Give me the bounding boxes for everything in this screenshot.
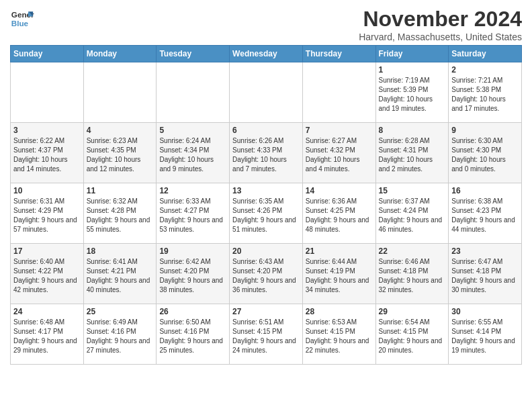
day-number: 30 (451, 307, 519, 316)
title-block: November 2024 Harvard, Massachusetts, Un… (359, 7, 522, 42)
svg-text:Blue: Blue (11, 19, 29, 28)
day-number: 24 (13, 307, 81, 316)
calendar-cell: 28Sunrise: 6:53 AM Sunset: 4:15 PM Dayli… (302, 304, 375, 365)
day-number: 18 (87, 246, 154, 256)
calendar-cell: 26Sunrise: 6:50 AM Sunset: 4:16 PM Dayli… (157, 304, 230, 365)
day-info: Sunrise: 6:33 AM Sunset: 4:27 PM Dayligh… (159, 197, 226, 234)
day-info: Sunrise: 6:49 AM Sunset: 4:16 PM Dayligh… (87, 318, 154, 355)
day-info: Sunrise: 6:30 AM Sunset: 4:30 PM Dayligh… (451, 136, 519, 174)
day-number: 13 (232, 186, 300, 195)
day-info: Sunrise: 6:48 AM Sunset: 4:17 PM Dayligh… (13, 318, 81, 355)
day-info: Sunrise: 6:51 AM Sunset: 4:15 PM Dayligh… (232, 318, 300, 355)
calendar-cell: 7Sunrise: 6:27 AM Sunset: 4:32 PM Daylig… (302, 123, 375, 183)
calendar-cell: 24Sunrise: 6:48 AM Sunset: 4:17 PM Dayli… (11, 304, 84, 365)
day-info: Sunrise: 6:54 AM Sunset: 4:15 PM Dayligh… (379, 318, 446, 355)
day-number: 19 (159, 246, 226, 256)
calendar-cell: 15Sunrise: 6:37 AM Sunset: 4:24 PM Dayli… (375, 183, 449, 244)
day-number: 1 (379, 65, 446, 75)
day-number: 6 (232, 126, 300, 135)
calendar-cell: 2Sunrise: 7:21 AM Sunset: 5:38 PM Daylig… (449, 62, 522, 123)
day-info: Sunrise: 7:19 AM Sunset: 5:39 PM Dayligh… (379, 76, 446, 113)
day-info: Sunrise: 6:47 AM Sunset: 4:18 PM Dayligh… (451, 257, 519, 295)
logo-icon: General Blue (10, 7, 34, 31)
calendar-cell: 19Sunrise: 6:42 AM Sunset: 4:20 PM Dayli… (157, 244, 230, 304)
calendar-cell (230, 62, 303, 123)
day-info: Sunrise: 6:26 AM Sunset: 4:33 PM Dayligh… (232, 136, 300, 174)
day-number: 4 (87, 126, 154, 135)
day-number: 29 (379, 307, 446, 316)
calendar-week-2: 3Sunrise: 6:22 AM Sunset: 4:37 PM Daylig… (11, 123, 522, 183)
calendar-cell: 16Sunrise: 6:38 AM Sunset: 4:23 PM Dayli… (449, 183, 522, 244)
day-number: 23 (451, 246, 519, 256)
header-friday: Friday (375, 46, 449, 62)
day-info: Sunrise: 7:21 AM Sunset: 5:38 PM Dayligh… (451, 76, 519, 113)
calendar-cell: 23Sunrise: 6:47 AM Sunset: 4:18 PM Dayli… (449, 244, 522, 304)
day-number: 15 (379, 186, 446, 195)
calendar-cell: 6Sunrise: 6:26 AM Sunset: 4:33 PM Daylig… (230, 123, 303, 183)
day-info: Sunrise: 6:50 AM Sunset: 4:16 PM Dayligh… (159, 318, 226, 355)
header-wednesday: Wednesday (230, 46, 303, 62)
calendar-week-1: 1Sunrise: 7:19 AM Sunset: 5:39 PM Daylig… (11, 62, 522, 123)
calendar-cell: 3Sunrise: 6:22 AM Sunset: 4:37 PM Daylig… (11, 123, 84, 183)
calendar-cell: 9Sunrise: 6:30 AM Sunset: 4:30 PM Daylig… (449, 123, 522, 183)
calendar-cell (302, 62, 375, 123)
logo: General Blue (10, 7, 34, 31)
day-number: 11 (87, 186, 154, 195)
day-info: Sunrise: 6:27 AM Sunset: 4:32 PM Dayligh… (306, 136, 373, 174)
calendar-cell: 1Sunrise: 7:19 AM Sunset: 5:39 PM Daylig… (375, 62, 449, 123)
calendar-cell: 10Sunrise: 6:31 AM Sunset: 4:29 PM Dayli… (11, 183, 84, 244)
calendar-cell: 8Sunrise: 6:28 AM Sunset: 4:31 PM Daylig… (375, 123, 449, 183)
calendar-cell: 14Sunrise: 6:36 AM Sunset: 4:25 PM Dayli… (302, 183, 375, 244)
day-number: 14 (306, 186, 373, 195)
day-info: Sunrise: 6:38 AM Sunset: 4:23 PM Dayligh… (451, 197, 519, 234)
day-info: Sunrise: 6:55 AM Sunset: 4:14 PM Dayligh… (451, 318, 519, 355)
calendar-cell: 17Sunrise: 6:40 AM Sunset: 4:22 PM Dayli… (11, 244, 84, 304)
day-number: 5 (159, 126, 226, 135)
day-info: Sunrise: 6:37 AM Sunset: 4:24 PM Dayligh… (379, 197, 446, 234)
day-number: 22 (379, 246, 446, 256)
calendar-cell: 22Sunrise: 6:46 AM Sunset: 4:18 PM Dayli… (375, 244, 449, 304)
calendar-cell: 25Sunrise: 6:49 AM Sunset: 4:16 PM Dayli… (83, 304, 157, 365)
calendar-cell: 20Sunrise: 6:43 AM Sunset: 4:20 PM Dayli… (230, 244, 303, 304)
day-number: 12 (159, 186, 226, 195)
day-number: 3 (13, 126, 81, 135)
calendar-body: 1Sunrise: 7:19 AM Sunset: 5:39 PM Daylig… (11, 62, 522, 365)
calendar-cell: 18Sunrise: 6:41 AM Sunset: 4:21 PM Dayli… (83, 244, 157, 304)
calendar-week-5: 24Sunrise: 6:48 AM Sunset: 4:17 PM Dayli… (11, 304, 522, 365)
header-row: Sunday Monday Tuesday Wednesday Thursday… (11, 46, 522, 62)
day-number: 28 (306, 307, 373, 316)
calendar-cell: 21Sunrise: 6:44 AM Sunset: 4:19 PM Dayli… (302, 244, 375, 304)
day-info: Sunrise: 6:28 AM Sunset: 4:31 PM Dayligh… (379, 136, 446, 174)
day-number: 9 (451, 126, 519, 135)
header-monday: Monday (83, 46, 157, 62)
header-tuesday: Tuesday (157, 46, 230, 62)
calendar-cell (83, 62, 157, 123)
calendar-cell: 13Sunrise: 6:35 AM Sunset: 4:26 PM Dayli… (230, 183, 303, 244)
calendar-header: Sunday Monday Tuesday Wednesday Thursday… (11, 46, 522, 62)
month-title: November 2024 (359, 7, 522, 32)
day-info: Sunrise: 6:42 AM Sunset: 4:20 PM Dayligh… (159, 257, 226, 295)
day-info: Sunrise: 6:46 AM Sunset: 4:18 PM Dayligh… (379, 257, 446, 295)
location-title: Harvard, Massachusetts, United States (359, 32, 522, 42)
calendar-cell (11, 62, 84, 123)
calendar-cell (157, 62, 230, 123)
calendar-cell: 29Sunrise: 6:54 AM Sunset: 4:15 PM Dayli… (375, 304, 449, 365)
day-info: Sunrise: 6:44 AM Sunset: 4:19 PM Dayligh… (306, 257, 373, 295)
calendar-week-3: 10Sunrise: 6:31 AM Sunset: 4:29 PM Dayli… (11, 183, 522, 244)
header-thursday: Thursday (302, 46, 375, 62)
day-number: 20 (232, 246, 300, 256)
day-number: 17 (13, 246, 81, 256)
day-info: Sunrise: 6:35 AM Sunset: 4:26 PM Dayligh… (232, 197, 300, 234)
header-saturday: Saturday (449, 46, 522, 62)
calendar-cell: 30Sunrise: 6:55 AM Sunset: 4:14 PM Dayli… (449, 304, 522, 365)
day-number: 25 (87, 307, 154, 316)
day-info: Sunrise: 6:24 AM Sunset: 4:34 PM Dayligh… (159, 136, 226, 174)
day-info: Sunrise: 6:22 AM Sunset: 4:37 PM Dayligh… (13, 136, 81, 174)
day-number: 2 (451, 65, 519, 75)
day-info: Sunrise: 6:32 AM Sunset: 4:28 PM Dayligh… (87, 197, 154, 234)
day-number: 27 (232, 307, 300, 316)
page-header: General Blue November 2024 Harvard, Mass… (10, 7, 522, 42)
header-sunday: Sunday (11, 46, 84, 62)
day-number: 7 (306, 126, 373, 135)
calendar-cell: 5Sunrise: 6:24 AM Sunset: 4:34 PM Daylig… (157, 123, 230, 183)
